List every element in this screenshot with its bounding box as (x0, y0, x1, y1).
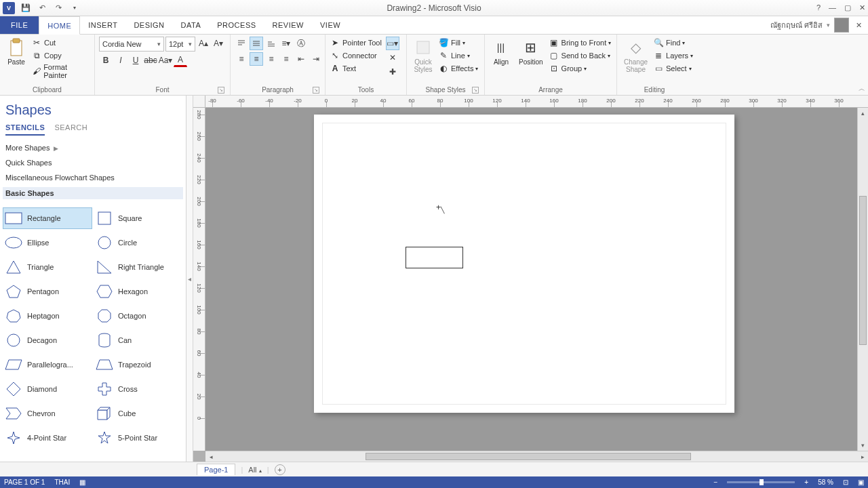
shape-square[interactable]: Square (94, 207, 183, 229)
quick-shapes-item[interactable]: Quick Shapes (5, 157, 180, 168)
group-button[interactable]: ⊡Group▾ (549, 62, 612, 75)
user-avatar[interactable] (834, 18, 849, 33)
align-top-button[interactable] (235, 37, 248, 50)
vertical-scrollbar[interactable]: ▴ ▾ (857, 108, 868, 451)
close-icon[interactable]: ✕ (859, 3, 865, 12)
align-justify-button[interactable]: ≡ (279, 52, 293, 66)
shape-octagon[interactable]: Octagon (94, 305, 183, 327)
canvas-viewport[interactable]: +╲ ▴ ▾ (205, 108, 868, 451)
sidebar-collapse-handle[interactable]: ◂ (186, 96, 193, 462)
scroll-left-icon[interactable]: ◂ (205, 451, 216, 462)
stencils-tab[interactable]: STENCILS (5, 123, 45, 136)
italic-button[interactable]: I (114, 54, 127, 67)
ribbon-close-icon[interactable]: ✕ (853, 20, 864, 30)
shape-rectangle[interactable]: Rectangle (3, 207, 92, 229)
format-painter-button[interactable]: 🖌Format Painter (31, 62, 90, 80)
align-bottom-button[interactable] (264, 37, 278, 50)
search-tab[interactable]: SEARCH (54, 123, 87, 136)
grow-font-button[interactable]: A▴ (197, 37, 210, 50)
paragraph-launcher-icon[interactable]: ↘ (313, 87, 319, 94)
tab-process[interactable]: PROCESS (209, 16, 264, 34)
shape-right-triangle[interactable]: Right Triangle (94, 256, 183, 278)
zoom-in-button[interactable]: + (804, 479, 808, 486)
hscroll-thumb[interactable] (366, 453, 691, 460)
shape-trapezoid[interactable]: Trapezoid (94, 354, 183, 375)
font-size-select[interactable]: 12pt (165, 37, 195, 52)
underline-button[interactable]: U (129, 54, 142, 67)
pointer-tool-button[interactable]: ➤Pointer Tool (330, 37, 382, 49)
shape-styles-launcher-icon[interactable]: ↘ (472, 87, 479, 94)
vscroll-thumb[interactable] (859, 196, 867, 345)
align-button[interactable]: ⫼Align (489, 37, 513, 67)
connection-point-button[interactable]: ✚ (386, 65, 399, 79)
zoom-out-button[interactable]: − (714, 479, 718, 486)
connector-button[interactable]: ⤡Connector (330, 49, 382, 62)
tab-view[interactable]: VIEW (312, 16, 349, 34)
shape-diamond[interactable]: Diamond (3, 378, 92, 400)
change-case-button[interactable]: Aa▾ (159, 54, 172, 67)
find-button[interactable]: 🔍Find▾ (653, 37, 693, 49)
qat-customize-icon[interactable]: ▾ (69, 3, 80, 14)
shape-triangle[interactable]: Triangle (3, 256, 92, 278)
change-shape-button[interactable]: ◇Change Shape (621, 37, 650, 75)
shape-decagon[interactable]: Decagon (3, 329, 92, 351)
shrink-font-button[interactable]: A▾ (212, 37, 225, 50)
line-button[interactable]: ✎Line▾ (438, 49, 478, 62)
scroll-right-icon[interactable]: ▸ (857, 451, 868, 462)
position-button[interactable]: ⊞Position (516, 37, 546, 67)
scroll-down-icon[interactable]: ▾ (858, 440, 868, 451)
align-middle-button[interactable] (250, 37, 263, 50)
tab-insert[interactable]: INSERT (80, 16, 125, 34)
text-direction-button[interactable]: Ⓐ (294, 37, 308, 50)
rectangle-tool-button[interactable]: ▭▾ (386, 37, 399, 50)
copy-button[interactable]: ⧉Copy (31, 49, 90, 62)
align-left-button[interactable]: ≡ (235, 52, 248, 66)
layers-button[interactable]: ≣Layers▾ (653, 49, 693, 62)
fill-button[interactable]: 🪣Fill▾ (438, 37, 478, 49)
shape-parallelogram[interactable]: Parallelogra... (3, 354, 92, 375)
shape-cube[interactable]: Cube (94, 403, 183, 424)
shape-heptagon[interactable]: Heptagon (3, 305, 92, 327)
user-name[interactable]: ณัฐกฤษณ์ ศรีอิส (770, 19, 823, 31)
font-launcher-icon[interactable]: ↘ (218, 87, 224, 94)
bullets-button[interactable]: ≡▾ (279, 37, 293, 50)
user-menu-icon[interactable]: ▾ (827, 22, 830, 28)
paste-button[interactable]: Paste (4, 37, 28, 67)
basic-shapes-item[interactable]: Basic Shapes (3, 187, 183, 199)
tab-file[interactable]: FILE (0, 16, 39, 34)
misc-flowchart-item[interactable]: Miscellaneous Flowchart Shapes (5, 172, 180, 183)
full-screen-button[interactable]: ▣ (858, 479, 864, 486)
shape-chevron[interactable]: Chevron (3, 403, 92, 424)
cut-button[interactable]: ✂Cut (31, 37, 90, 49)
effects-button[interactable]: ◐Effects▾ (438, 62, 478, 75)
all-pages-button[interactable]: All ▴ (248, 466, 261, 474)
zoom-level[interactable]: 58 % (818, 479, 833, 486)
shape-circle[interactable]: Circle (94, 232, 183, 253)
drawing-page[interactable]: +╲ (314, 115, 734, 413)
shape-cross[interactable]: Cross (94, 378, 183, 400)
tab-home[interactable]: HOME (39, 16, 80, 35)
help-icon[interactable]: ? (816, 3, 821, 12)
align-center-button[interactable]: ≡ (250, 52, 263, 66)
collapse-ribbon-icon[interactable]: ︿ (859, 84, 865, 94)
macro-recording-icon[interactable]: ▦ (79, 479, 85, 486)
tab-design[interactable]: DESIGN (125, 16, 172, 34)
shape-can[interactable]: Can (94, 329, 183, 351)
language-indicator[interactable]: THAI (54, 479, 70, 486)
shape-ellipse[interactable]: Ellipse (3, 232, 92, 253)
delete-tool-button[interactable]: ✕ (386, 51, 399, 64)
select-button[interactable]: ▭Select▾ (653, 62, 693, 75)
bold-button[interactable]: B (99, 54, 113, 67)
shape-4-point-star[interactable]: 4-Point Star (3, 427, 92, 449)
redo-icon[interactable]: ↷ (53, 3, 64, 14)
shape-pentagon[interactable]: Pentagon (3, 281, 92, 302)
maximize-icon[interactable]: ▢ (844, 3, 851, 12)
page-indicator[interactable]: PAGE 1 OF 1 (4, 479, 45, 486)
increase-indent-button[interactable]: ⇥ (309, 52, 323, 66)
minimize-icon[interactable]: — (829, 3, 836, 12)
text-tool-button[interactable]: AText (330, 62, 382, 75)
horizontal-scrollbar[interactable]: ◂ ▸ (205, 451, 868, 462)
decrease-indent-button[interactable]: ⇤ (294, 52, 308, 66)
font-color-button[interactable]: A (174, 54, 187, 67)
add-page-button[interactable]: + (275, 464, 285, 475)
